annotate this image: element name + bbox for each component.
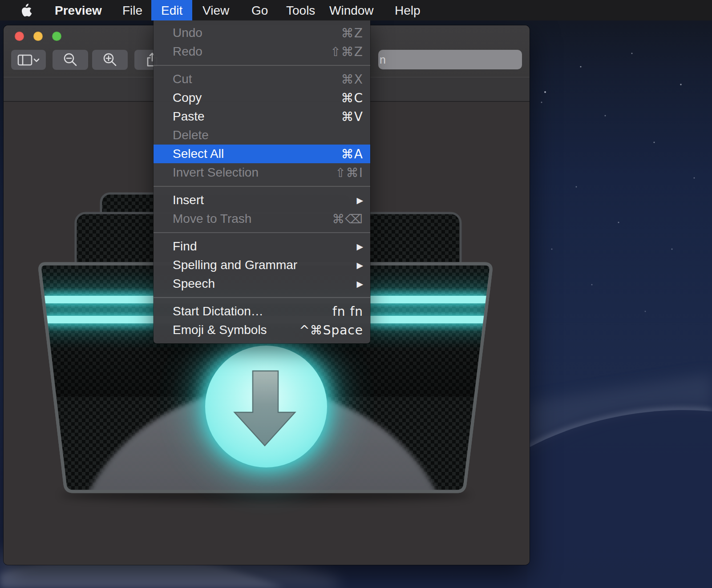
menu-item-label: Emoji & Symbols bbox=[173, 323, 267, 337]
menu-item-speech[interactable]: Speech▶ bbox=[154, 274, 370, 293]
menu-item-find[interactable]: Find▶ bbox=[154, 237, 370, 256]
zoom-in-button[interactable] bbox=[92, 50, 128, 70]
menu-item-label: Undo bbox=[173, 26, 202, 40]
menubar-item-preview[interactable]: Preview bbox=[48, 0, 109, 20]
menubar-item-edit[interactable]: Edit bbox=[151, 0, 192, 20]
search-visible-text: n bbox=[380, 53, 386, 66]
menu-item-label: Insert bbox=[173, 193, 204, 207]
menu-item-emoji-symbols[interactable]: Emoji & Symbols^⌘Space bbox=[154, 321, 370, 339]
zoom-in-icon bbox=[102, 52, 118, 68]
menu-item-select-all[interactable]: Select All⌘A bbox=[154, 145, 370, 163]
menubar-item-go[interactable]: Go bbox=[244, 0, 275, 20]
zoom-window-button[interactable] bbox=[52, 32, 61, 41]
edit-menu: Undo⌘ZRedo⇧⌘ZCut⌘XCopy⌘CPaste⌘VDeleteSel… bbox=[154, 20, 370, 343]
traffic-lights bbox=[15, 32, 61, 41]
menu-item-shortcut: ⌘C bbox=[341, 91, 363, 105]
menu-item-label: Redo bbox=[173, 44, 202, 59]
menu-item-label: Copy bbox=[173, 91, 202, 105]
menu-item-start-dictation[interactable]: Start Dictation…fn fn bbox=[154, 302, 370, 321]
menu-item-label: Select All bbox=[173, 147, 224, 161]
menu-separator bbox=[154, 65, 370, 66]
menu-item-shortcut: ^⌘Space bbox=[299, 323, 363, 338]
search-input[interactable]: n bbox=[378, 50, 522, 69]
menu-item-undo: Undo⌘Z bbox=[154, 24, 370, 42]
zoom-out-icon bbox=[62, 52, 78, 68]
menu-item-shortcut: fn fn bbox=[332, 304, 363, 319]
menu-item-invert-selection: Invert Selection⇧⌘I bbox=[154, 163, 370, 182]
menu-item-label: Speech bbox=[173, 277, 215, 291]
sidebar-icon bbox=[17, 53, 40, 67]
menu-item-label: Invert Selection bbox=[173, 165, 259, 180]
menu-item-label: Find bbox=[173, 239, 197, 254]
menu-item-label: Delete bbox=[173, 128, 209, 142]
menu-item-shortcut: ⇧⌘I bbox=[335, 165, 363, 180]
menu-item-cut: Cut⌘X bbox=[154, 70, 370, 89]
menubar-item-window[interactable]: Window bbox=[322, 0, 381, 20]
menubar-item-view[interactable]: View bbox=[195, 0, 236, 20]
menu-separator bbox=[154, 186, 370, 187]
menu-item-delete: Delete bbox=[154, 126, 370, 145]
apple-menu-icon[interactable] bbox=[20, 4, 32, 17]
menu-item-move-to-trash: Move to Trash⌘⌫ bbox=[154, 209, 370, 228]
menu-separator bbox=[154, 297, 370, 298]
menu-item-shortcut: ⌘X bbox=[341, 72, 363, 87]
menu-item-copy[interactable]: Copy⌘C bbox=[154, 89, 370, 107]
submenu-arrow-icon: ▶ bbox=[356, 279, 363, 289]
menu-item-label: Spelling and Grammar bbox=[173, 258, 297, 272]
sidebar-toggle-button[interactable] bbox=[11, 50, 46, 70]
download-glow-circle bbox=[193, 333, 340, 480]
submenu-arrow-icon: ▶ bbox=[356, 195, 363, 205]
minimize-button[interactable] bbox=[33, 32, 43, 41]
menu-separator bbox=[154, 232, 370, 233]
submenu-arrow-icon: ▶ bbox=[356, 242, 363, 252]
menu-item-shortcut: ⌘Z bbox=[341, 26, 363, 40]
menu-item-shortcut: ⇧⌘Z bbox=[330, 44, 363, 59]
menu-item-shortcut: ⌘⌫ bbox=[332, 212, 363, 226]
zoom-out-button[interactable] bbox=[53, 50, 88, 70]
menu-item-label: Paste bbox=[173, 109, 205, 124]
menu-item-shortcut: ⌘A bbox=[341, 147, 363, 161]
menu-item-shortcut: ⌘V bbox=[341, 109, 363, 124]
menu-item-label: Cut bbox=[173, 72, 192, 86]
menubar-item-file[interactable]: File bbox=[115, 0, 150, 20]
menu-item-redo: Redo⇧⌘Z bbox=[154, 42, 370, 61]
menu-item-label: Move to Trash bbox=[173, 212, 251, 226]
menu-bar: PreviewFileEditViewGoToolsWindowHelp bbox=[0, 0, 712, 20]
stars bbox=[541, 53, 695, 312]
menu-item-paste[interactable]: Paste⌘V bbox=[154, 107, 370, 126]
menu-item-insert[interactable]: Insert▶ bbox=[154, 191, 370, 209]
submenu-arrow-icon: ▶ bbox=[356, 260, 363, 270]
menu-item-label: Start Dictation… bbox=[173, 304, 263, 318]
menubar-item-help[interactable]: Help bbox=[388, 0, 428, 20]
close-button[interactable] bbox=[15, 32, 24, 41]
menu-item-spelling-and-grammar[interactable]: Spelling and Grammar▶ bbox=[154, 256, 370, 274]
menubar-item-tools[interactable]: Tools bbox=[279, 0, 322, 20]
